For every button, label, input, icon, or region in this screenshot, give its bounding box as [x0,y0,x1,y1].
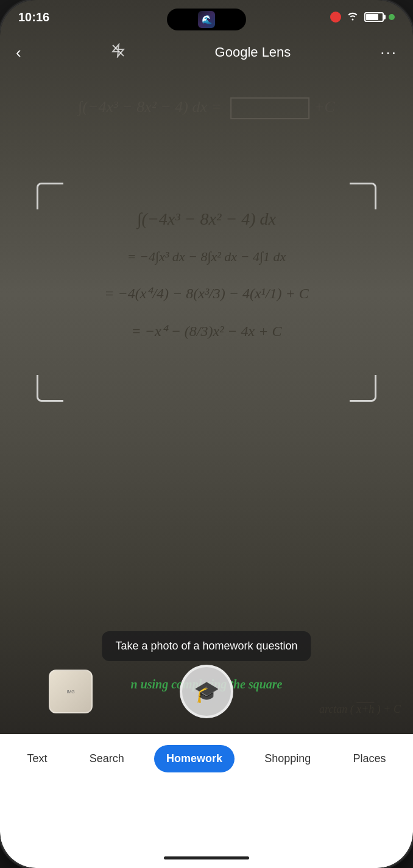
tab-bar: Text Search Homework Shopping Places [0,734,413,868]
graduation-cap-icon: 🎓 [194,679,219,704]
corner-br [350,375,376,402]
green-status-dot [389,14,395,20]
equation-1: ∫(−4x³ − 8x² − 4) dx [137,207,276,231]
photo-thumbnail[interactable]: IMG [49,670,93,713]
equation-3: = −4(x⁴/4) − 8(x³/3) − 4(x¹/1) + C [104,284,308,304]
main-equations: ∫(−4x³ − 8x² − 4) dx = −4∫x³ dx − 8∫x² d… [0,207,413,341]
status-right-icons [330,11,395,24]
top-equation: ∫(−4x³ − 8x² − 4) dx = +C [78,97,335,119]
tab-text[interactable]: Text [15,745,60,772]
corner-tr [350,183,376,209]
navigation-bar: ‹ Google Lens ··· [0,34,413,71]
home-indicator [164,856,249,859]
flash-button[interactable] [111,43,125,61]
corner-bl [37,375,63,402]
recording-dot [330,12,341,23]
tab-homework[interactable]: Homework [154,745,235,772]
right-formula: arctan ( x+h ) + C [319,703,401,716]
phone-screen: ∫(−4x³ − 8x² − 4) dx = +C ∫(−4x³ − 8x² −… [0,0,413,868]
camera-math-overlay: ∫(−4x³ − 8x² − 4) dx = +C ∫(−4x³ − 8x² −… [0,0,413,734]
tab-search[interactable]: Search [77,745,136,772]
camera-controls: IMG 🎓 [0,655,413,728]
shutter-button[interactable]: 🎓 [180,665,233,718]
tab-shopping[interactable]: Shopping [252,745,323,772]
wifi-icon [346,11,359,24]
more-options-button[interactable]: ··· [380,43,397,62]
tab-places[interactable]: Places [341,745,398,772]
answer-box [230,97,309,119]
dynamic-island: 🌊 [167,9,246,30]
status-time: 10:16 [18,10,49,24]
equation-2: = −4∫x³ dx − 8∫x² dx − 4∫1 dx [127,248,286,267]
tabs-container: Text Search Homework Shopping Places [0,734,413,772]
nav-title: Google Lens [215,44,291,60]
dynamic-island-app-icon: 🌊 [198,11,215,28]
corner-tl [37,183,63,209]
battery-icon [364,12,384,22]
phone-device: ∫(−4x³ − 8x² − 4) dx = +C ∫(−4x³ − 8x² −… [0,0,413,868]
equation-4: = −x⁴ − (8/3)x² − 4x + C [132,321,282,342]
back-button[interactable]: ‹ [16,43,21,62]
